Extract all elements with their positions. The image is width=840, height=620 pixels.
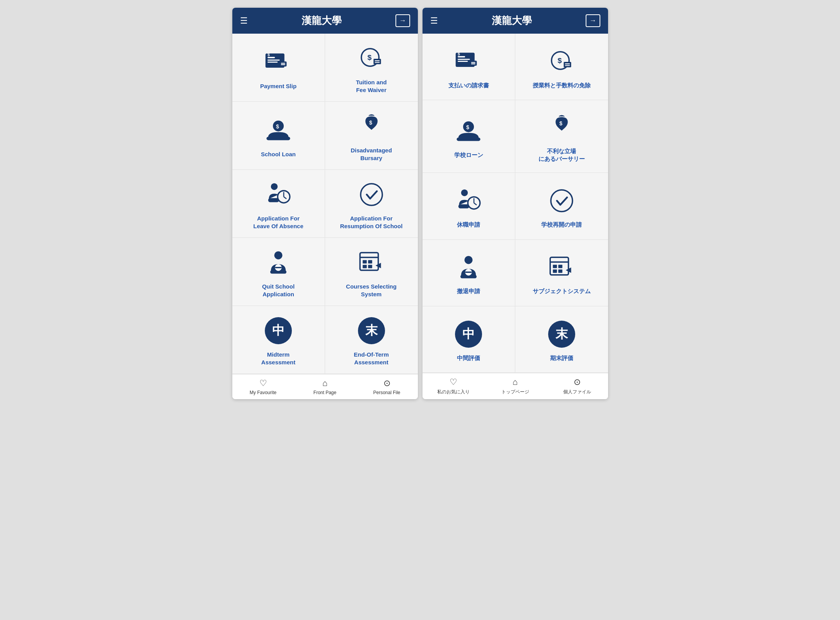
midterm-circle: 中 (265, 317, 292, 344)
nav-personal-file-jp[interactable]: ⊙ 個人ファイル (546, 373, 608, 399)
courses-label-jp: サブジェクトシステム (533, 287, 591, 295)
svg-text:$: $ (268, 52, 270, 57)
nav-front-page-jp[interactable]: ⌂ トップページ (484, 373, 546, 399)
tuition-fee-label: Tuition andFee Waiver (356, 79, 387, 94)
bursary-label-jp: 不利な立場にあるバーサリー (538, 147, 585, 162)
svg-rect-31 (363, 265, 367, 268)
svg-rect-64 (558, 265, 562, 268)
menu-item-quit-school[interactable]: Quit SchoolApplication (232, 238, 325, 306)
menu-item-resumption-jp[interactable]: 学校再開の申請 (515, 173, 608, 239)
midterm-label: MidtermAssessment (261, 351, 295, 366)
leave-absence-icon-jp (453, 185, 484, 216)
bottom-nav-english: ♡ My Favourite ⌂ Front Page ⊙ Personal F… (232, 374, 418, 399)
menu-item-midterm-jp[interactable]: 中 中間評価 (423, 306, 515, 373)
menu-item-quit-school-jp[interactable]: 撤退申請 (423, 240, 515, 306)
menu-item-midterm[interactable]: 中 MidtermAssessment (232, 306, 325, 374)
svg-rect-15 (266, 137, 290, 140)
school-loan-label: School Loan (261, 150, 296, 158)
end-term-icon-jp: 末 (546, 319, 577, 350)
menu-item-courses-jp[interactable]: サブジェクトシステム (515, 240, 608, 306)
quit-school-icon (263, 247, 294, 278)
header-title-japanese: 漢龍大學 (438, 14, 586, 27)
exit-icon-japanese[interactable]: → (586, 14, 600, 27)
nav-personal-file-label-jp: 個人ファイル (563, 389, 591, 395)
svg-rect-1 (268, 57, 275, 58)
menu-item-bursary[interactable]: $ DisadvantagedBursary (325, 102, 418, 170)
nav-personal-file[interactable]: ⊙ Personal File (356, 374, 418, 399)
menu-icon-english[interactable]: ☰ (240, 16, 248, 26)
menu-item-school-loan[interactable]: $ School Loan (232, 102, 325, 170)
nav-favourite-label-jp: 私のお気に入り (437, 389, 470, 395)
menu-item-payment-slip-jp[interactable]: $ 支払いの請求書 (423, 34, 515, 100)
nav-front-page[interactable]: ⌂ Front Page (294, 374, 356, 399)
svg-point-51 (461, 190, 468, 196)
home-icon-jp: ⌂ (513, 377, 518, 387)
leave-absence-label-jp: 休職申請 (457, 221, 480, 229)
menu-grid-english: $ Payment Slip $ (232, 34, 418, 374)
menu-item-end-term[interactable]: 末 End-Of-TermAssessment (325, 306, 418, 374)
resumption-label: Application ForResumption Of School (340, 215, 403, 230)
menu-item-payment-slip[interactable]: $ Payment Slip (232, 34, 325, 102)
header-english: ☰ 漢龍大學 → (232, 8, 418, 34)
svg-text:$: $ (466, 124, 469, 130)
exit-icon-english[interactable]: → (395, 14, 410, 27)
menu-icon-japanese[interactable]: ☰ (430, 16, 438, 26)
menu-item-tuition-fee[interactable]: $ Tuition andFee Waiver (325, 34, 418, 102)
svg-text:$: $ (369, 120, 372, 126)
nav-front-page-label: Front Page (314, 390, 336, 395)
svg-rect-36 (458, 59, 470, 60)
svg-rect-32 (368, 265, 372, 268)
person-icon: ⊙ (383, 378, 390, 388)
svg-line-21 (284, 197, 286, 199)
resumption-icon-jp (546, 185, 577, 216)
svg-point-23 (274, 251, 283, 260)
nav-personal-file-label: Personal File (373, 390, 400, 395)
menu-item-end-term-jp[interactable]: 末 期末評価 (515, 306, 608, 373)
menu-item-leave-absence[interactable]: Application ForLeave Of Absence (232, 170, 325, 238)
menu-item-tuition-fee-jp[interactable]: $ 授業料と手数料の免除 (515, 34, 608, 100)
courses-icon (356, 247, 387, 278)
svg-point-22 (361, 184, 382, 205)
menu-item-leave-absence-jp[interactable]: 休職申請 (423, 173, 515, 239)
school-loan-label-jp: 学校ローン (454, 151, 483, 159)
svg-text:$: $ (559, 120, 562, 126)
svg-line-55 (474, 203, 477, 205)
school-loan-icon: $ (263, 115, 294, 146)
svg-rect-37 (458, 61, 468, 62)
nav-front-page-label-jp: トップページ (501, 389, 529, 395)
svg-rect-29 (363, 260, 367, 263)
svg-text:$: $ (458, 51, 460, 56)
end-term-circle: 末 (358, 317, 385, 344)
svg-rect-30 (368, 260, 372, 263)
payment-slip-label-jp: 支払いの請求書 (448, 82, 489, 89)
screens-container: ☰ 漢龍大學 → $ (225, 0, 616, 407)
svg-rect-65 (553, 270, 557, 273)
menu-grid-japanese: $ 支払いの請求書 $ (423, 34, 608, 373)
svg-rect-44 (564, 62, 571, 67)
resumption-icon (356, 179, 387, 210)
menu-item-courses[interactable]: Courses SelectingSystem (325, 238, 418, 306)
tuition-fee-label-jp: 授業料と手数料の免除 (533, 82, 591, 89)
leave-absence-icon (263, 179, 294, 210)
svg-rect-66 (558, 270, 562, 273)
nav-favourite[interactable]: ♡ My Favourite (232, 374, 294, 399)
svg-rect-60 (465, 272, 472, 273)
menu-item-school-loan-jp[interactable]: $ 学校ローン (423, 100, 515, 173)
svg-point-17 (271, 183, 278, 190)
end-term-label: End-Of-TermAssessment (354, 351, 389, 366)
end-term-label-jp: 期末評価 (550, 354, 573, 362)
courses-icon-jp (546, 252, 577, 283)
svg-rect-5 (280, 61, 287, 66)
svg-rect-35 (458, 56, 465, 58)
nav-favourite-jp[interactable]: ♡ 私のお気に入り (423, 373, 484, 399)
tuition-fee-icon-jp: $ (546, 46, 577, 77)
heart-icon-jp: ♡ (450, 377, 457, 387)
header-japanese: ☰ 漢龍大學 → (423, 8, 608, 34)
menu-item-bursary-jp[interactable]: $ 不利な立場にあるバーサリー (515, 100, 608, 173)
menu-item-resumption[interactable]: Application ForResumption Of School (325, 170, 418, 238)
svg-point-56 (551, 190, 572, 212)
screen-japanese: ☰ 漢龍大學 → $ (423, 8, 608, 399)
svg-rect-63 (553, 265, 557, 268)
svg-rect-10 (373, 59, 381, 64)
tuition-fee-icon: $ (356, 43, 387, 74)
